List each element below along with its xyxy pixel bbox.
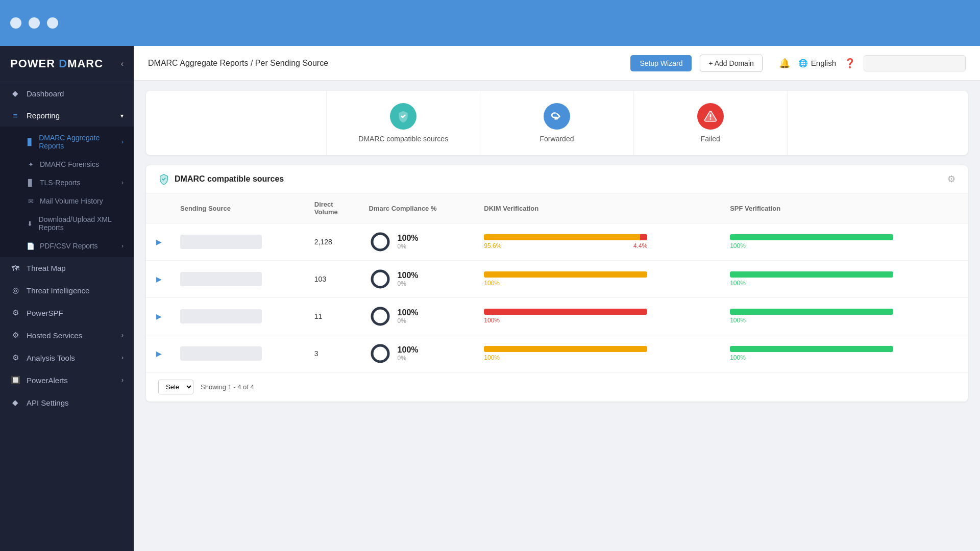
expand-row-button[interactable]: ▶ — [154, 347, 164, 360]
spf-green-pct: 100% — [730, 280, 746, 287]
sidebar-label-api-settings: API Settings — [27, 398, 69, 407]
expand-cell: ▶ — [146, 223, 172, 261]
notification-bell-icon[interactable]: 🔔 — [779, 58, 790, 69]
magnify-icon: ✦ — [27, 161, 35, 168]
summary-card-forwarded[interactable]: Forwarded — [480, 91, 634, 155]
download-icon: ⬇ — [27, 220, 34, 228]
chevron-down-alerts: › — [121, 377, 124, 384]
sidebar-item-hosted-services[interactable]: ⚙ Hosted Services › — [0, 324, 134, 346]
forwarded-label: Forwarded — [540, 135, 574, 143]
sidebar-collapse-button[interactable]: ‹ — [121, 59, 124, 68]
sidebar-label-reporting: Reporting — [27, 111, 60, 120]
mail-icon: ✉ — [27, 197, 35, 205]
dmarc-compatible-icon — [390, 103, 416, 130]
spf-cell: 100% — [722, 335, 968, 372]
sidebar-item-analysis-tools[interactable]: ⚙ Analysis Tools › — [0, 346, 134, 369]
dkim-cell: 100% — [476, 335, 722, 372]
summary-card-empty — [146, 91, 327, 155]
compliance-donut-icon — [369, 231, 391, 253]
alerts-icon: 🔲 — [10, 375, 20, 385]
summary-card-failed[interactable]: Failed — [634, 91, 788, 155]
table-footer: Sele 10 25 50 Showing 1 - 4 of 4 — [146, 372, 968, 402]
svg-point-9 — [372, 345, 388, 362]
spf-green-fill — [730, 234, 893, 240]
chevron-right-icon-tls: › — [121, 179, 124, 186]
spf-green-fill — [730, 346, 893, 352]
sidebar-item-threat-intelligence[interactable]: ◎ Threat Intelligence — [0, 279, 134, 302]
sidebar-item-powerSPF[interactable]: ⚙ PowerSPF — [0, 302, 134, 324]
failed-label: Failed — [701, 135, 720, 143]
dmarc-table: Sending Source DirectVolume Dmarc Compli… — [146, 193, 968, 372]
spf-progress-bar — [730, 234, 893, 240]
summary-cards: DMARC compatible sources Forwarded — [146, 91, 968, 155]
setup-wizard-button[interactable]: Setup Wizard — [630, 55, 692, 71]
sidebar-item-dmarc-aggregate[interactable]: ▊ DMARC Aggregate Reports › — [0, 129, 134, 155]
dkim-orange-fill — [484, 346, 647, 352]
reporting-submenu: ▊ DMARC Aggregate Reports › ✦ DMARC Fore… — [0, 127, 134, 257]
rows-per-page-select[interactable]: Sele 10 25 50 — [158, 380, 193, 394]
circle-icon: ◎ — [10, 286, 20, 295]
sidebar-item-dashboard[interactable]: ◆ Dashboard — [0, 82, 134, 105]
dmarc-section-title-text: DMARC compatible sources — [175, 174, 284, 184]
add-domain-button[interactable]: + Add Domain — [700, 55, 762, 72]
pdf-icon: 📄 — [27, 242, 35, 250]
dkim-orange-pct: 100% — [484, 280, 500, 287]
sidebar-label-tls-reports: TLS-Reports — [40, 179, 80, 187]
expand-row-button[interactable]: ▶ — [154, 236, 164, 248]
forwarded-icon — [544, 103, 570, 130]
spf-progress-bar — [730, 309, 893, 315]
dkim-progress-bar — [484, 309, 647, 315]
dkim-red-pct: 100% — [484, 317, 500, 324]
col-direct-volume: DirectVolume — [306, 193, 361, 223]
main-header: DMARC Aggregate Reports / Per Sending So… — [134, 46, 980, 81]
sidebar-label-dmarc-forensics: DMARC Forensics — [40, 160, 99, 168]
source-cell — [172, 223, 306, 261]
sidebar-item-pdf-csv[interactable]: 📄 PDF/CSV Reports › — [0, 237, 134, 255]
breadcrumb: DMARC Aggregate Reports / Per Sending So… — [148, 59, 622, 68]
compliance-percent: 100% — [398, 234, 419, 243]
sidebar-item-tls-reports[interactable]: ▊ TLS-Reports › — [0, 173, 134, 192]
dot-yellow — [29, 17, 40, 29]
chevron-down-analysis: › — [121, 354, 124, 361]
source-name-placeholder — [180, 272, 262, 286]
sidebar-item-dmarc-forensics[interactable]: ✦ DMARC Forensics — [0, 155, 134, 173]
sidebar-label-powerSPF: PowerSPF — [27, 309, 63, 317]
expand-cell: ▶ — [146, 298, 172, 335]
expand-row-button[interactable]: ▶ — [154, 273, 164, 285]
settings-gear-icon[interactable]: ⚙ — [947, 173, 955, 185]
sidebar-item-power-alerts[interactable]: 🔲 PowerAlerts › — [0, 369, 134, 391]
sidebar-label-hosted-services: Hosted Services — [27, 331, 82, 340]
tls-icon: ▊ — [27, 179, 35, 187]
spf-progress-bar — [730, 271, 893, 278]
expand-row-button[interactable]: ▶ — [154, 310, 164, 322]
dkim-orange-pct: 95.6% — [484, 242, 501, 249]
sidebar-item-threat-map[interactable]: 🗺 Threat Map — [0, 257, 134, 279]
language-selector[interactable]: 🌐 English — [798, 59, 836, 68]
sidebar: POWER DMARC ‹ ◆ Dashboard ≡ Reporting ▾ … — [0, 46, 134, 551]
compliance-sub: 0% — [398, 317, 419, 324]
spf-cell: 100% — [722, 223, 968, 261]
globe-icon: 🌐 — [798, 59, 808, 68]
help-icon[interactable]: ❓ — [844, 58, 855, 69]
search-input[interactable] — [864, 55, 966, 71]
source-name-placeholder — [180, 309, 262, 323]
compliance-donut-icon — [369, 342, 391, 365]
table-row: ▶3 100% 0% 100% — [146, 335, 968, 372]
sidebar-label-pdf-csv: PDF/CSV Reports — [40, 242, 98, 250]
spf-cell: 100% — [722, 261, 968, 298]
svg-point-5 — [372, 271, 388, 287]
sidebar-label-threat-intelligence: Threat Intelligence — [27, 286, 89, 295]
summary-card-dmarc-compatible[interactable]: DMARC compatible sources — [327, 91, 480, 155]
sidebar-item-mail-volume[interactable]: ✉ Mail Volume History — [0, 192, 134, 210]
compliance-donut-icon — [369, 268, 391, 290]
sidebar-item-download-xml[interactable]: ⬇ Download/Upload XML Reports — [0, 210, 134, 237]
dkim-red-pct: 4.4% — [633, 242, 647, 249]
sidebar-item-api-settings[interactable]: ◆ API Settings — [0, 391, 134, 414]
sidebar-logo: POWER DMARC ‹ — [0, 46, 134, 82]
gear-icon-analysis: ⚙ — [10, 353, 20, 362]
language-label: English — [811, 59, 836, 67]
compliance-cell: 100% 0% — [361, 223, 476, 261]
title-bar — [0, 0, 980, 46]
sidebar-item-reporting[interactable]: ≡ Reporting ▾ — [0, 105, 134, 127]
compliance-cell: 100% 0% — [361, 298, 476, 335]
